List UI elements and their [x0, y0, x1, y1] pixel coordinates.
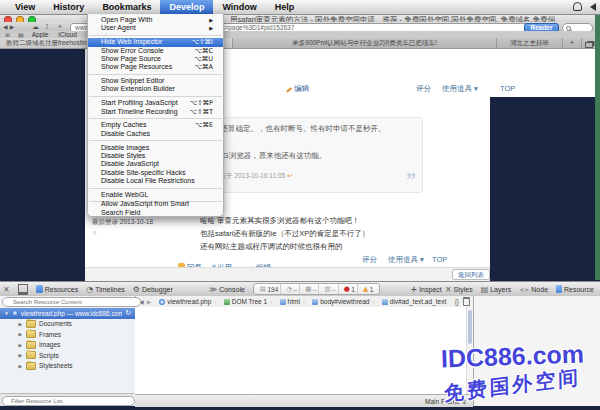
history-forward-icon[interactable]: ▶	[147, 298, 152, 305]
debugger-tab[interactable]: ⚙Debugger	[129, 282, 177, 296]
forward-icon[interactable]: ▶	[10, 23, 17, 30]
new-tab-button[interactable]: +	[563, 38, 582, 48]
crosshair-icon: +	[410, 285, 417, 294]
menu-item-show-error-console[interactable]: Show Error Console⌥⌘C	[88, 47, 223, 55]
submenu-arrow-icon: ▶	[209, 24, 213, 32]
post1-rate-link[interactable]: 评分	[416, 84, 431, 94]
reload-resource-icon[interactable]: ↻	[125, 309, 131, 317]
error-count-badge[interactable]: ●1	[342, 284, 358, 294]
warning-count-badge[interactable]: ▲1	[361, 284, 376, 294]
bookmark-apple[interactable]: Apple	[32, 31, 49, 38]
menu-item-disable-styles[interactable]: Disable Styles	[88, 152, 223, 160]
menu-item-user-agent[interactable]: User Agent▶	[88, 24, 223, 32]
tree-folder-images[interactable]: ▶Images	[0, 340, 135, 351]
console-button[interactable]: ≫Console	[205, 282, 249, 296]
breadcrumb-item-2[interactable]: DOM Tree 1	[224, 298, 267, 305]
menu-item-allow-javascript-from-smart-search-field[interactable]: Allow JavaScript from Smart Search Field	[88, 205, 223, 213]
folder-icon	[26, 320, 36, 328]
dock-side-button[interactable]	[14, 282, 32, 296]
menu-item-disable-javascript[interactable]: Disable JavaScript	[88, 160, 223, 168]
menu-item-show-snippet-editor[interactable]: Show Snippet Editor	[88, 77, 223, 85]
node-panel-tab[interactable]: <>Node	[515, 282, 552, 296]
new-tab-icon[interactable]: +	[58, 23, 62, 30]
breadcrumb-item-3[interactable]: html	[280, 298, 300, 305]
pretty-print-icon[interactable]: {}	[455, 298, 459, 305]
layers-panel-tab[interactable]: ▤Layers	[477, 282, 516, 296]
menu-item-start-timeline-recording[interactable]: Start Timeline Recording⌥⇧⌘T	[88, 108, 223, 116]
timelines-tab[interactable]: ◔Timelines	[82, 282, 129, 296]
goto-post-icon[interactable]: ↩	[287, 172, 292, 180]
menu-bookmarks[interactable]: Bookmarks	[93, 0, 160, 14]
menu-item-empty-caches[interactable]: Empty Caches⌥⌘E	[88, 121, 223, 129]
tab-overview-button[interactable]	[582, 38, 595, 48]
scrollbar-thumb[interactable]	[468, 310, 472, 344]
notification-icon[interactable]	[573, 2, 582, 11]
menu-shortcut: ⌥⌘U	[194, 55, 213, 63]
menu-item-disable-caches[interactable]: Disable Caches	[88, 130, 223, 138]
post2-top-link[interactable]: TOP	[432, 255, 447, 264]
menu-develop[interactable]: Develop	[160, 0, 213, 14]
topsites-icon[interactable]: ☁	[32, 23, 39, 31]
breadcrumb-item-1[interactable]: viewthread.php	[159, 298, 211, 305]
menu-item-show-page-source[interactable]: Show Page Source⌥⌘U	[88, 55, 223, 63]
menu-item-disable-images[interactable]: Disable Images	[88, 144, 223, 152]
disclosure-icon[interactable]: ▶	[18, 352, 23, 358]
menu-history[interactable]: History	[44, 0, 93, 14]
menu-item-enable-webgl[interactable]: Enable WebGL	[88, 191, 223, 199]
tab-3[interactable]: 湖北之主持班	[497, 38, 563, 48]
back-icon[interactable]: ◀	[3, 23, 10, 30]
updown-icon: ⇕	[462, 398, 467, 406]
tree-root-viewthread[interactable]: ▾viewthread.php — www.idc886.com↻	[0, 308, 135, 319]
menu-item-disable-local-file-restrictions[interactable]: Disable Local File Restrictions	[88, 177, 223, 185]
disclosure-icon[interactable]: ▶	[18, 331, 23, 337]
memory-badge[interactable]: ▥–	[322, 284, 338, 294]
menu-item-start-profiling-javascript[interactable]: Start Profiling JavaScript⌥⇧⌘P	[88, 99, 223, 107]
time-badge[interactable]: ◔–	[284, 284, 300, 294]
menu-item-hide-web-inspector[interactable]: Hide Web Inspector⌥⇧⌘I	[88, 38, 223, 46]
post1-top-link[interactable]: TOP	[500, 84, 515, 93]
inspect-button[interactable]: +Inspect	[406, 282, 445, 296]
bookmark-icloud[interactable]: iCloud	[58, 31, 76, 38]
clock-icon: ◔	[286, 285, 292, 293]
breadcrumb-item-4[interactable]: body#viewthread	[312, 298, 369, 305]
disclosure-icon[interactable]: ▾	[4, 310, 9, 316]
post1-edit-link[interactable]: 编辑	[286, 84, 309, 94]
resource-panel-tab[interactable]: Resource	[552, 282, 598, 296]
breadcrumb-label: body#viewthread	[320, 298, 369, 305]
menu-view[interactable]: View	[6, 0, 44, 14]
tree-folder-scripts[interactable]: ▶Scripts	[0, 350, 135, 361]
filter-resource-input[interactable]	[2, 396, 135, 406]
menu-item-disable-site-specific-hacks[interactable]: Disable Site-specific Hacks	[88, 169, 223, 177]
frame-selector[interactable]: Main Frame ⇕	[425, 398, 467, 406]
layout-badge[interactable]: ▦–	[303, 284, 319, 294]
post1-tools-link[interactable]: 使用道具 ▾	[442, 84, 478, 94]
tab-2[interactable]: 米多900Pml认网站与中行企业2消费类车已把现车!	[233, 38, 497, 48]
menu-help[interactable]: Help	[266, 0, 304, 14]
disclosure-icon[interactable]: ▶	[18, 321, 23, 327]
menu-window[interactable]: Window	[213, 0, 265, 14]
topsites-grid-icon[interactable]: ⊞	[5, 31, 10, 38]
resources-tab[interactable]: Resources	[32, 282, 82, 296]
resource-search-input[interactable]	[2, 297, 141, 307]
share-icon[interactable]: ⤴	[45, 23, 49, 31]
menu-item-show-page-resources[interactable]: Show Page Resources⌥⌘A	[88, 63, 223, 71]
tree-folder-frames[interactable]: ▶Frames	[0, 329, 135, 340]
menu-item-open-page-with[interactable]: Open Page With▶	[88, 16, 223, 24]
styles-panel-tab[interactable]: ×Styles	[441, 282, 477, 296]
inspector-toolbar: × Resources ◔Timelines ⚙Debugger ≫Consol…	[0, 282, 600, 297]
nav-buttons[interactable]: ◀▶	[3, 23, 16, 30]
post2-rate-link[interactable]: 评分	[362, 255, 377, 265]
back-to-list-button[interactable]: 返回列表	[452, 269, 490, 280]
trash-icon[interactable]	[463, 297, 470, 306]
inspector-close-button[interactable]: ×	[0, 282, 14, 296]
menu-item-show-extension-builder[interactable]: Show Extension Builder	[88, 85, 223, 93]
tree-folder-documents[interactable]: ▶Documents	[0, 319, 135, 330]
resource-count-badge[interactable]: ▤194	[258, 284, 282, 294]
volume-icon[interactable]	[590, 3, 596, 11]
disclosure-icon[interactable]: ▶	[18, 342, 23, 348]
tree-folder-stylesheets[interactable]: ▶Stylesheets	[0, 361, 135, 372]
reading-list-icon[interactable]: ▤	[18, 31, 24, 38]
disclosure-icon[interactable]: ▶	[18, 363, 23, 369]
breadcrumb-item-5[interactable]: div#ad_text.ad_text	[382, 298, 446, 305]
post2-tools-link[interactable]: 使用道具 ▾	[388, 255, 424, 265]
